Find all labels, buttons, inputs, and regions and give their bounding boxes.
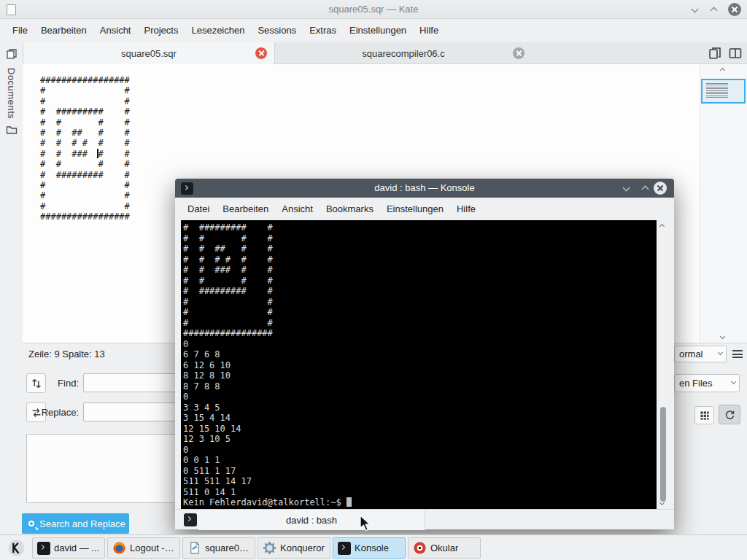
editor-minimap-scrollbar[interactable] [700,64,747,343]
menu-bookmarks[interactable]: Bookmarks [320,198,380,220]
task-label: Konsole [355,542,389,553]
close-icon[interactable] [728,3,741,16]
terminal-line: 0 511 1 17 [183,466,657,477]
scroll-up-icon[interactable] [659,224,665,229]
terminal-line: 511 511 14 17 [183,476,657,487]
menu-lesezeichen[interactable]: Lesezeichen [185,19,251,42]
close-icon[interactable] [654,182,667,195]
terminal-output: # ######### ## # # ## # ## # ## # # # # … [183,222,657,497]
menu-datei[interactable]: Datei [181,198,216,220]
tab-close-icon[interactable] [513,47,525,59]
menu-projects[interactable]: Projects [137,19,185,42]
konsole-menubar: Datei Bearbeiten Ansicht Bookmarks Einst… [175,198,674,220]
split-view-icon[interactable] [728,46,743,61]
terminal-line: # # [183,297,657,308]
task-button-okular[interactable]: Okular [408,537,481,559]
desktop: square05.sqr — Kate File Bearbeiten Ansi… [0,0,747,560]
search-in-dropdown-label: en Files [679,378,713,389]
kate-menubar: File Bearbeiten Ansicht Projects Lesezei… [0,19,747,42]
status-menu-icon[interactable] [732,350,743,358]
search-in-dropdown[interactable]: en Files [674,374,740,392]
terminal-prompt: Kein Fehlerdavid@talkortell:~$ [183,497,347,508]
terminal-line: # # [183,307,657,318]
task-button-david[interactable]: david — ... [32,537,105,559]
application-launcher-button[interactable] [3,537,29,559]
tab-close-icon[interactable] [255,47,267,59]
refresh-button[interactable] [719,405,740,424]
menu-einstellungen[interactable]: Einstellungen [380,198,450,220]
scrollbar-thumb[interactable] [660,407,666,502]
terminal-line: 0 [183,445,657,456]
document-list-icon[interactable] [708,46,722,61]
chevron-down-icon [718,349,723,354]
tab-label: square05.sqr [121,48,177,59]
mode-dropdown-label: ormal [679,349,703,359]
search-and-replace-toggle-button[interactable]: Search and Replace [22,513,129,534]
kate-tabbar: square05.sqr squarecompiler06.c [0,42,747,64]
konsole-icon [37,542,50,555]
sidebar-item-documents[interactable]: Documents [6,68,17,119]
menu-extras[interactable]: Extras [303,19,343,42]
terminal-line: 511 0 14 1 [183,487,657,498]
menu-bearbeiten[interactable]: Bearbeiten [216,198,275,220]
terminal-line: ################# [183,328,657,339]
kde-logo-icon [7,539,26,557]
mouse-cursor [359,515,375,532]
documents-icon[interactable] [6,48,18,63]
editor-line: # # ## # # [40,128,699,138]
tab-square05-sqr[interactable]: square05.sqr [23,42,275,64]
terminal-line: # # ## # # [183,244,657,254]
editor-line: # # [40,85,699,96]
terminal-line: 0 0 1 1 [183,455,657,466]
konsole-titlebar[interactable]: david : bash — Konsole [175,179,674,198]
task-label: square05.... [205,542,250,553]
task-button-konsole[interactable]: Konsole [333,537,406,559]
terminal-line: # # # # # # [183,254,657,265]
task-button-logout[interactable]: Logout - ... [107,537,180,559]
scroll-up-icon[interactable] [720,68,725,73]
minimap-view-indicator[interactable] [701,79,746,104]
task-label: Logout - ... [130,542,175,553]
highlighting-mode-dropdown[interactable]: ormal [674,346,727,362]
konsole-window-title: david : bash — Konsole [175,179,674,198]
filesystem-browser-icon[interactable] [6,124,18,139]
menu-einstellungen[interactable]: Einstellungen [343,19,413,42]
menu-bearbeiten[interactable]: Bearbeiten [34,19,93,42]
konsole-icon [338,542,351,555]
tab-squarecompiler06-c[interactable]: squarecompiler06.c [275,42,532,64]
kate-left-sidebar: Documents [0,42,23,534]
task-label: Konqueror [280,542,325,553]
menu-hilfe[interactable]: Hilfe [413,19,445,42]
editor-line: # # # # # # [40,138,699,148]
terminal-line: # ######### # [183,222,657,233]
maximize-icon[interactable] [642,186,649,193]
cursor-position-status: Zeile: 9 Spalte: 13 [28,349,105,359]
terminal-screen[interactable]: # ######### ## # # ## # ## # ## # # # # … [181,220,657,509]
kate-app-icon [7,4,16,15]
terminal-line: 6 12 6 10 [183,360,657,371]
options-grid-button[interactable] [694,406,714,424]
menu-file[interactable]: File [6,19,34,42]
new-tab-button[interactable] [184,513,197,526]
terminal-line: # ######### # [183,286,657,297]
terminal-line: 0 [183,392,657,402]
task-button-square05[interactable]: square05.... [182,537,255,559]
kate-titlebar[interactable]: square05.sqr — Kate [0,0,747,19]
maximize-icon[interactable] [711,7,718,15]
editor-line: # ######### # [40,106,699,117]
menu-ansicht[interactable]: Ansicht [275,198,320,220]
terminal-scrollbar[interactable] [657,220,670,509]
terminal-prompt-line: Kein Fehlerdavid@talkortell:~$ [183,497,657,508]
konsole-tab-david-bash[interactable]: david : bash [198,510,425,530]
menu-sessions[interactable]: Sessions [251,19,303,42]
scroll-down-icon[interactable] [720,334,725,339]
minimize-icon[interactable] [692,6,699,13]
konqueror-icon [263,541,276,555]
terminal-line: 3 3 4 5 [183,402,657,413]
menu-ansicht[interactable]: Ansicht [93,19,138,42]
chevron-down-icon [731,378,736,384]
terminal-line: 12 15 10 14 [183,424,657,435]
menu-hilfe[interactable]: Hilfe [450,198,482,220]
task-button-konqueror[interactable]: Konqueror [258,537,330,559]
minimize-icon[interactable] [623,184,630,192]
